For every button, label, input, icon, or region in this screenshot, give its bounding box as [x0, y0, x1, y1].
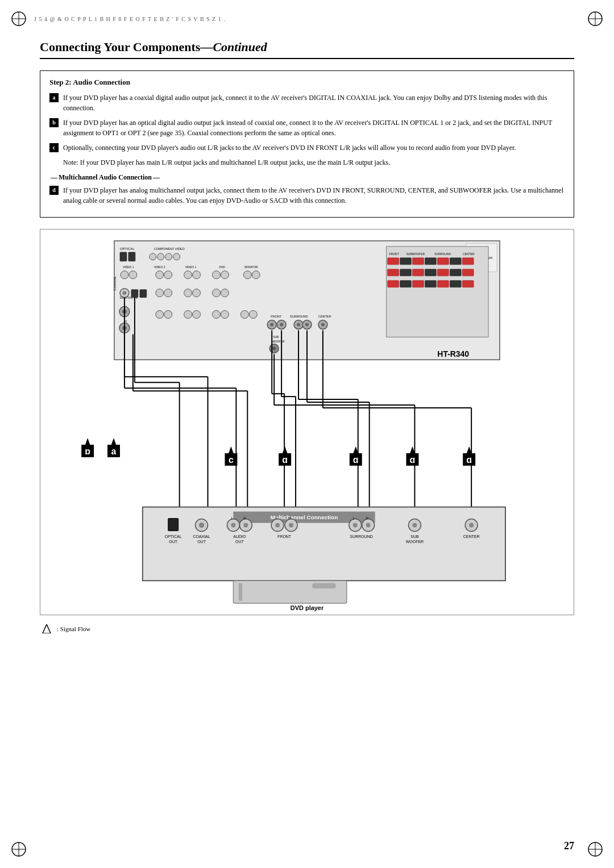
svg-point-40 [252, 271, 260, 279]
svg-point-63 [212, 311, 220, 319]
svg-rect-202 [239, 583, 242, 600]
svg-point-52 [221, 289, 229, 297]
svg-rect-105 [412, 281, 424, 287]
svg-point-33 [156, 271, 164, 279]
svg-text:SUB: SUB [273, 335, 279, 339]
step-title: Step 2: Audio Connection [49, 78, 565, 87]
svg-point-48 [164, 289, 172, 297]
svg-point-77 [305, 323, 309, 327]
svg-point-188 [353, 523, 358, 527]
svg-point-183 [289, 523, 293, 527]
svg-text:SUB: SUB [410, 535, 419, 539]
svg-text:R: R [366, 516, 369, 520]
svg-point-75 [297, 323, 300, 327]
svg-point-37 [212, 271, 220, 279]
svg-text:OUT: OUT [169, 540, 177, 544]
svg-point-59 [156, 311, 164, 319]
svg-rect-98 [412, 269, 424, 276]
svg-point-61 [184, 311, 192, 319]
svg-text:OUT: OUT [235, 540, 244, 544]
svg-rect-99 [425, 269, 436, 276]
svg-text:VIDEO 1: VIDEO 1 [123, 265, 134, 269]
step-text-b: If your DVD player has an optical digita… [63, 118, 565, 138]
svg-text:MONITOR: MONITOR [244, 265, 258, 269]
svg-rect-45 [131, 290, 138, 298]
svg-point-64 [221, 311, 229, 319]
svg-rect-107 [437, 281, 449, 287]
step-box: Step 2: Audio Connection a If your DVD p… [40, 70, 574, 218]
corner-mark-br [587, 841, 604, 858]
corner-mark-tl [10, 10, 27, 27]
svg-text:SURROUND: SURROUND [350, 535, 373, 539]
svg-point-22 [150, 253, 156, 260]
svg-rect-97 [400, 269, 412, 276]
svg-point-51 [212, 289, 220, 297]
svg-point-25 [173, 253, 180, 260]
svg-point-23 [157, 253, 164, 260]
multichannel-audio-title: Multichannel Audio Connection [49, 173, 565, 182]
svg-rect-104 [400, 281, 412, 287]
svg-point-50 [193, 289, 201, 297]
svg-text:OPTICAL: OPTICAL [120, 247, 135, 251]
title-bold: Connecting Your Components [40, 40, 200, 54]
step-text-note: Note: If your DVD player has main L/R ou… [63, 157, 565, 168]
svg-marker-205 [43, 624, 51, 633]
svg-rect-94 [450, 258, 461, 265]
svg-rect-20 [120, 252, 127, 261]
svg-text:CENTER: CENTER [318, 315, 331, 318]
svg-point-195 [412, 523, 417, 527]
svg-rect-46 [140, 290, 147, 298]
step-item-b: b If your DVD player has an optical digi… [49, 118, 565, 138]
svg-text:CENTER: CENTER [463, 252, 475, 256]
svg-text:R: R [243, 516, 246, 520]
svg-rect-165 [168, 519, 179, 531]
svg-text:COAXIAL: COAXIAL [113, 276, 117, 291]
svg-point-35 [184, 271, 192, 279]
svg-point-190 [366, 523, 371, 527]
svg-text:COAXIAL: COAXIAL [193, 535, 210, 539]
step-letter-a: a [49, 93, 59, 102]
svg-rect-203 [313, 583, 335, 588]
svg-point-169 [200, 523, 204, 527]
corner-mark-tr [587, 10, 604, 27]
page-number: 27 [564, 840, 574, 852]
svg-text:AUDIO: AUDIO [233, 535, 246, 539]
diagram-area: ONKYO® AV RECEIVER MODEL NO. HT-R340 OPT… [40, 229, 574, 615]
svg-text:FRONT: FRONT [271, 315, 281, 318]
svg-point-31 [121, 271, 128, 279]
svg-rect-89 [388, 258, 399, 265]
svg-rect-108 [450, 281, 461, 287]
svg-rect-92 [425, 258, 436, 265]
svg-rect-96 [388, 269, 399, 276]
corner-mark-bl [10, 841, 27, 858]
svg-point-24 [165, 253, 172, 260]
svg-text:FRONT: FRONT [389, 252, 399, 256]
page-content: Connecting Your Components—Continued Ste… [40, 40, 574, 840]
step-letter-b: b [49, 118, 59, 127]
svg-rect-103 [388, 281, 399, 287]
signal-flow-text: : Signal Flow [57, 625, 90, 632]
svg-point-60 [164, 311, 172, 319]
svg-text:WOOFER: WOOFER [406, 540, 424, 544]
diagram-svg: ONKYO® AV RECEIVER MODEL NO. HT-R340 OPT… [40, 229, 574, 615]
svg-point-38 [221, 271, 229, 279]
svg-point-65 [240, 311, 248, 319]
svg-point-199 [469, 523, 474, 527]
step-text-d: If your DVD player has analog multichann… [63, 185, 565, 206]
svg-rect-21 [128, 252, 135, 261]
svg-text:VIDEO 1: VIDEO 1 [185, 265, 197, 269]
svg-point-73 [280, 323, 283, 327]
svg-text:VIDEO 2: VIDEO 2 [154, 265, 165, 269]
svg-rect-109 [462, 281, 474, 287]
svg-point-32 [129, 271, 137, 279]
svg-text:CENTER: CENTER [463, 535, 480, 539]
svg-point-173 [231, 523, 235, 527]
svg-text:FRONT: FRONT [277, 535, 292, 539]
svg-text:OUT: OUT [197, 540, 206, 544]
svg-point-39 [243, 271, 251, 279]
step-item-a: a If your DVD player has a coaxial digit… [49, 93, 565, 113]
svg-text:DVD: DVD [219, 265, 225, 269]
step-item-c: c Optionally, connecting your DVD player… [49, 143, 565, 153]
svg-rect-106 [425, 281, 436, 287]
svg-rect-100 [437, 269, 449, 276]
